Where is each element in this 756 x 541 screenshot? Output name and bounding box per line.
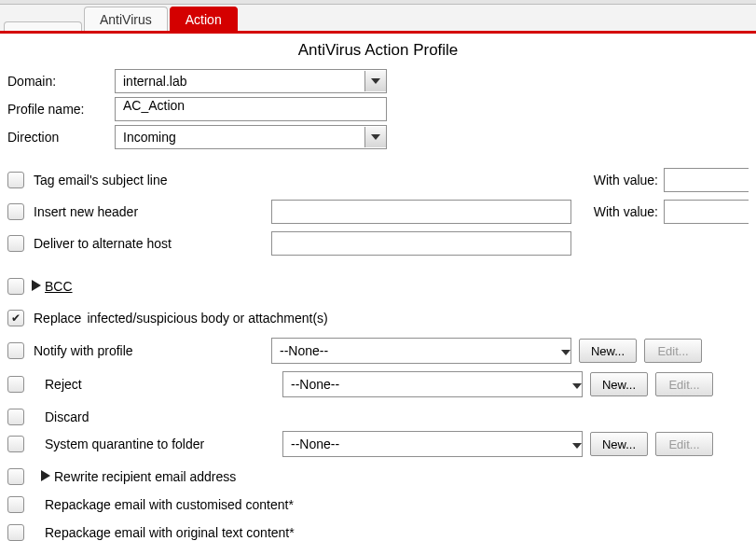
domain-select[interactable]: internal.lab	[115, 69, 387, 93]
checkbox-notify-profile[interactable]	[7, 342, 24, 359]
with-value-label-1: With value:	[594, 173, 658, 187]
expand-icon-bcc[interactable]	[32, 279, 41, 294]
domain-value: internal.lab	[116, 74, 364, 89]
notify-edit-button: Edit...	[644, 339, 702, 363]
label-repackage-original: Repackage email with original text conte…	[34, 525, 295, 540]
label-discard: Discard	[34, 409, 282, 424]
reject-select[interactable]: --None--	[282, 371, 583, 397]
direction-value: Incoming	[116, 130, 364, 145]
sys-quarantine-value: --None--	[283, 437, 572, 451]
checkbox-bcc[interactable]	[7, 278, 24, 295]
label-tag-subject: Tag email's subject line	[34, 173, 271, 187]
profile-name-input[interactable]: AC_Action	[115, 97, 387, 121]
label-bcc[interactable]: BCC	[45, 279, 73, 294]
tab-blank[interactable]	[4, 21, 82, 31]
label-rewrite-recipient: Rewrite recipient email address	[54, 469, 236, 484]
label-insert-header: Insert new header	[34, 204, 271, 219]
checkbox-discard[interactable]	[7, 409, 24, 425]
chevron-down-icon[interactable]	[572, 437, 582, 451]
with-value-input-1[interactable]	[664, 168, 749, 192]
reject-value: --None--	[283, 377, 572, 392]
chevron-down-icon[interactable]	[561, 343, 570, 358]
checkbox-tag-subject[interactable]	[7, 172, 24, 188]
direction-select[interactable]: Incoming	[115, 125, 387, 149]
label-replace-prefix: Replace	[34, 311, 81, 326]
label-replace-suffix: infected/suspicious body or attachment(s…	[87, 311, 327, 326]
domain-label: Domain:	[7, 74, 115, 89]
direction-label: Direction	[7, 130, 115, 145]
label-deliver-alt-host: Deliver to alternate host	[34, 236, 271, 251]
page-title: AntiVirus Action Profile	[0, 41, 756, 60]
tab-antivirus[interactable]: AntiVirus	[84, 7, 168, 31]
notify-profile-value: --None--	[272, 343, 561, 358]
checkbox-deliver-alt-host[interactable]	[7, 235, 24, 252]
checkbox-repackage-custom[interactable]	[7, 496, 24, 513]
chevron-down-icon[interactable]	[364, 71, 386, 91]
expand-icon-rewrite[interactable]	[41, 469, 50, 484]
with-value-input-2[interactable]	[664, 200, 749, 224]
checkbox-repackage-original[interactable]	[7, 524, 24, 541]
checkbox-reject[interactable]	[7, 376, 24, 393]
label-sys-quarantine: System quarantine to folder	[34, 437, 282, 451]
label-reject: Reject	[34, 377, 282, 392]
checkbox-sys-quarantine[interactable]	[7, 436, 24, 452]
checkbox-replace[interactable]	[7, 310, 24, 326]
checkbox-rewrite-recipient[interactable]	[7, 468, 24, 485]
notify-profile-select[interactable]: --None--	[271, 338, 571, 364]
checkbox-insert-header[interactable]	[7, 203, 24, 220]
tab-action[interactable]: Action	[170, 7, 238, 31]
sys-quarantine-select[interactable]: --None--	[282, 431, 583, 457]
sys-quarantine-new-button[interactable]: New...	[590, 432, 648, 456]
reject-edit-button: Edit...	[655, 372, 713, 396]
label-notify-profile: Notify with profile	[34, 343, 271, 358]
with-value-label-2: With value:	[594, 204, 658, 219]
reject-new-button[interactable]: New...	[590, 372, 648, 396]
profile-name-label: Profile name:	[7, 102, 115, 117]
label-repackage-custom: Repackage email with customised content*	[34, 497, 294, 512]
insert-header-input[interactable]	[271, 200, 571, 224]
chevron-down-icon[interactable]	[364, 127, 386, 147]
sys-quarantine-edit-button: Edit...	[655, 432, 713, 456]
notify-new-button[interactable]: New...	[579, 339, 637, 363]
deliver-alt-host-input[interactable]	[271, 231, 571, 256]
chevron-down-icon[interactable]	[572, 377, 582, 392]
tab-bar: AntiVirus Action	[0, 5, 756, 34]
